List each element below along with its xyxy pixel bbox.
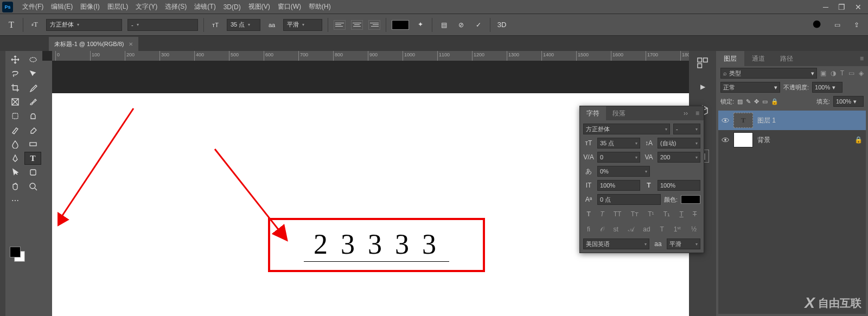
filter-img-icon[interactable]: ▣ — [820, 69, 826, 77]
collapse-icon[interactable]: ›› — [680, 109, 691, 117]
bold-button[interactable]: T — [587, 210, 591, 218]
orientation-icon[interactable]: ⸗T — [29, 19, 41, 31]
underline-button[interactable]: T — [679, 210, 683, 218]
search-icon[interactable] — [812, 19, 824, 31]
history-brush-tool[interactable] — [7, 124, 23, 137]
warp-text-icon[interactable]: ✦ — [414, 19, 426, 31]
ordinals-button[interactable]: ad — [643, 225, 650, 233]
crop-tool[interactable] — [7, 81, 23, 94]
tab-paragraph[interactable]: 段落 — [606, 106, 632, 121]
opacity-input[interactable]: 100%▾ — [812, 82, 843, 93]
marquee-tool[interactable] — [24, 53, 41, 66]
history-dock-icon[interactable] — [696, 56, 709, 69]
blur-tool[interactable] — [7, 138, 23, 151]
layer-filter-kind[interactable]: ⌕类型▾ — [720, 68, 817, 79]
zoom-tool[interactable] — [24, 180, 41, 193]
stylistic-button[interactable]: st — [613, 225, 618, 233]
canvas-text[interactable]: 23333 — [304, 228, 449, 262]
menu-file[interactable]: 文件(F) — [18, 0, 47, 14]
minimize-icon[interactable]: ─ — [823, 3, 828, 11]
char-height-input[interactable]: 100% — [597, 180, 640, 191]
char-baseline-input[interactable]: 0 点 — [597, 194, 661, 205]
tab-paths[interactable]: 路径 — [773, 51, 801, 67]
commit-icon[interactable]: ✓ — [473, 19, 484, 31]
superscript-button[interactable]: T¹ — [648, 210, 654, 218]
menu-3d[interactable]: 3D(D) — [220, 1, 245, 13]
menu-type[interactable]: 文字(Y) — [132, 0, 161, 14]
fill-input[interactable]: 100%▾ — [833, 96, 864, 107]
lock-pixels-icon[interactable]: ▨ — [737, 98, 743, 105]
layer-name[interactable]: 背景 — [757, 136, 770, 145]
pen-tool[interactable] — [7, 152, 23, 165]
foreground-swatch[interactable] — [10, 247, 21, 257]
text-color-swatch[interactable] — [392, 20, 409, 30]
char-scale-input[interactable]: 0%▾ — [597, 166, 650, 177]
color-swatches[interactable] — [10, 247, 25, 262]
filter-smart-icon[interactable]: ◈ — [859, 69, 864, 77]
visibility-icon[interactable] — [722, 136, 729, 144]
align-right-button[interactable] — [368, 20, 380, 30]
char-leading-input[interactable]: (自动)▾ — [658, 138, 700, 149]
clone-tool[interactable] — [24, 109, 41, 122]
menu-layer[interactable]: 图层(L) — [104, 0, 132, 14]
frame-tool[interactable] — [7, 95, 23, 108]
ordinals2-button[interactable]: 1ˢᵗ — [674, 225, 682, 233]
char-aa-select[interactable]: 平滑▾ — [667, 238, 700, 249]
char-kerning-input[interactable]: 0▾ — [597, 152, 640, 163]
document-tab[interactable]: 未标题-1 @ 100%(RGB/8) ✕ — [49, 37, 138, 51]
restore-icon[interactable]: ❐ — [838, 3, 845, 11]
move-tool[interactable] — [7, 53, 23, 66]
tool-extra[interactable]: ⋯ — [7, 194, 23, 207]
filter-shape-icon[interactable]: ▭ — [848, 69, 854, 77]
tab-character[interactable]: 字符 — [580, 106, 606, 121]
titling-button[interactable]: 𝒜 — [628, 225, 634, 233]
path-select-tool[interactable] — [7, 166, 23, 179]
tab-channels[interactable]: 通道 — [744, 51, 773, 67]
allcaps-button[interactable]: TT — [614, 210, 622, 218]
menu-window[interactable]: 窗口(W) — [274, 0, 305, 14]
cancel-icon[interactable]: ⊘ — [455, 19, 467, 31]
shape-tool[interactable] — [24, 166, 41, 179]
layer-row[interactable]: T 图层 1 — [718, 111, 866, 130]
fractions-button[interactable]: ½ — [691, 225, 697, 233]
char-style-select[interactable]: -▾ — [673, 124, 700, 134]
char-lang-select[interactable]: 美国英语▾ — [583, 238, 649, 249]
eraser-tool[interactable] — [24, 124, 41, 137]
panel-menu-icon[interactable]: ≡ — [691, 109, 704, 117]
strike-button[interactable]: T — [693, 210, 697, 218]
char-panel-icon[interactable]: ▤ — [438, 19, 450, 31]
eyedropper-tool[interactable] — [24, 81, 41, 94]
lock-all-icon[interactable]: 🔒 — [771, 98, 778, 105]
antialias-select[interactable]: 平滑▾ — [283, 19, 322, 31]
share-icon[interactable]: ⇪ — [851, 19, 863, 31]
panel-menu-icon[interactable]: ≡ — [856, 55, 868, 62]
close-icon[interactable]: ✕ — [855, 3, 861, 11]
visibility-icon[interactable] — [722, 117, 729, 124]
filter-adj-icon[interactable]: ◑ — [831, 69, 836, 77]
tab-layers[interactable]: 图层 — [716, 51, 744, 67]
char-width-input[interactable]: 100% — [658, 180, 700, 191]
menu-select[interactable]: 选择(S) — [161, 0, 190, 14]
blend-mode-select[interactable]: 正常▾ — [720, 82, 780, 93]
char-font-select[interactable]: 方正舒体▾ — [583, 124, 670, 134]
text-tool[interactable]: T — [24, 152, 41, 165]
italic-button[interactable]: T — [600, 210, 604, 218]
hand-tool[interactable] — [7, 180, 23, 193]
healing-tool[interactable] — [7, 109, 23, 122]
align-left-button[interactable] — [334, 20, 346, 30]
lock-art-icon[interactable]: ▭ — [762, 98, 768, 105]
3d-button[interactable]: 3D — [496, 19, 508, 31]
char-color-swatch[interactable] — [681, 195, 700, 204]
brush-tool[interactable] — [24, 95, 41, 108]
smallcaps-button[interactable]: Tᴛ — [631, 210, 639, 218]
char-size-input[interactable]: 35 点▾ — [597, 138, 640, 149]
font-style-select[interactable]: -▾ — [127, 19, 198, 31]
menu-filter[interactable]: 滤镜(T) — [190, 0, 219, 14]
play-dock-icon[interactable]: ▶ — [696, 80, 709, 93]
subscript-button[interactable]: T₁ — [663, 210, 670, 218]
lasso-tool[interactable] — [7, 67, 23, 80]
font-family-select[interactable]: 方正舒体▾ — [46, 19, 122, 31]
filter-text-icon[interactable]: T — [840, 69, 844, 77]
menu-edit[interactable]: 编辑(E) — [47, 0, 76, 14]
workspace-icon[interactable]: ▭ — [831, 19, 843, 31]
